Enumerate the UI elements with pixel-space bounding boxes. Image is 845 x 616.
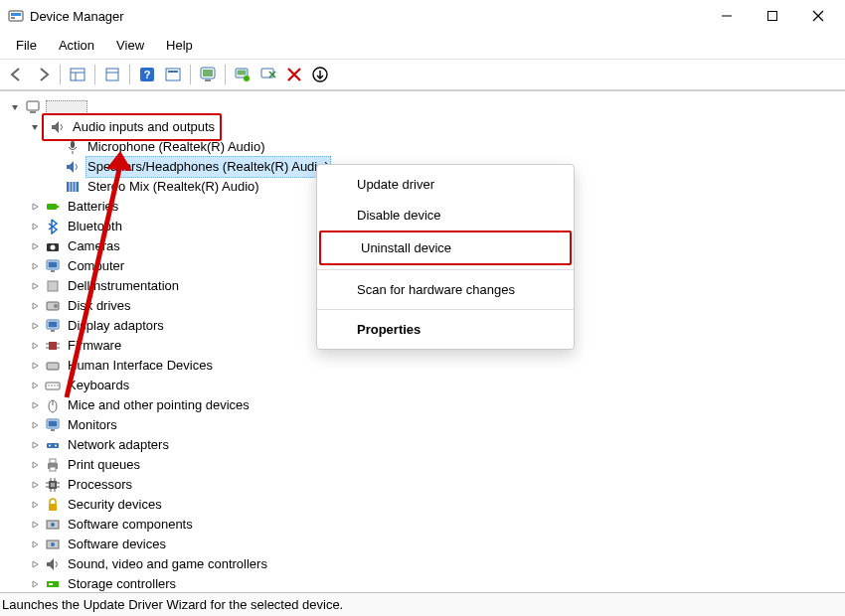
mouse-icon (45, 397, 61, 413)
camera-icon (45, 238, 61, 254)
tree-category-audio[interactable]: Audio inputs and outputs (4, 117, 841, 137)
svg-rect-38 (51, 270, 55, 272)
enable-device-button[interactable] (309, 64, 331, 85)
context-uninstall-device[interactable]: Uninstall device (321, 232, 570, 263)
tree-category-keyboards[interactable]: Keyboards (4, 376, 841, 395)
disable-device-button[interactable] (257, 64, 279, 85)
svg-rect-50 (47, 363, 59, 370)
bluetooth-icon (45, 219, 61, 234)
expand-icon[interactable] (28, 418, 42, 432)
expand-icon[interactable] (28, 577, 42, 591)
menu-action[interactable]: Action (49, 34, 104, 57)
hid-icon (45, 358, 61, 374)
tree-label: Security devices (66, 494, 164, 516)
svg-rect-14 (166, 69, 180, 80)
svg-text:?: ? (144, 69, 151, 80)
expand-icon[interactable] (28, 359, 42, 373)
help-button[interactable]: ? (136, 64, 158, 85)
context-update-driver[interactable]: Update driver (317, 169, 574, 200)
tree-category-storage[interactable]: Storage controllers (4, 574, 841, 594)
expand-icon[interactable] (28, 478, 42, 492)
battery-icon (45, 199, 61, 215)
app-icon (8, 8, 24, 24)
action-button[interactable] (162, 64, 184, 85)
svg-point-79 (51, 523, 55, 527)
tree-label: Disk drives (66, 295, 133, 317)
expand-icon[interactable] (28, 279, 42, 293)
expand-icon[interactable] (28, 398, 42, 412)
tree-label: DellInstrumentation (66, 275, 181, 297)
expand-icon[interactable] (28, 518, 42, 532)
tree-label: Speakers/Headphones (Realtek(R) Audio) (85, 156, 331, 178)
expand-icon[interactable] (28, 319, 42, 333)
svg-rect-61 (47, 443, 59, 448)
tree-label: Keyboards (66, 375, 131, 396)
tree-category-mice[interactable]: Mice and other pointing devices (4, 395, 841, 415)
svg-rect-2 (11, 17, 15, 19)
tree-category-printq[interactable]: Print queues (4, 455, 841, 475)
tree-category-monitors[interactable]: Monitors (4, 415, 841, 435)
tree-category-security[interactable]: Security devices (4, 495, 841, 515)
forward-button[interactable] (32, 64, 54, 85)
network-icon (45, 437, 61, 453)
tree-category-svg[interactable]: Sound, video and game controllers (4, 554, 841, 574)
update-driver-button[interactable] (232, 64, 254, 85)
minimize-button[interactable] (704, 0, 750, 32)
back-button[interactable] (6, 64, 28, 85)
expand-icon[interactable] (28, 339, 42, 353)
maximize-button[interactable] (750, 0, 795, 32)
tree-category-swcomponents[interactable]: Software components (4, 515, 841, 535)
expand-icon[interactable] (28, 239, 42, 253)
monitor-icon (45, 258, 61, 274)
expand-icon[interactable] (28, 379, 42, 392)
svg-rect-68 (51, 483, 55, 487)
printer-icon (45, 457, 61, 473)
menu-help[interactable]: Help (156, 34, 203, 57)
context-scan-hardware[interactable]: Scan for hardware changes (317, 274, 574, 305)
speaker-icon (45, 556, 61, 572)
svg-rect-66 (50, 467, 56, 471)
close-button[interactable] (795, 0, 841, 32)
menu-file[interactable]: File (6, 34, 47, 57)
disk-icon (45, 298, 61, 314)
tree-label: Batteries (66, 196, 120, 218)
expand-icon[interactable] (28, 220, 42, 233)
chip-icon (45, 338, 61, 354)
tree-category-processors[interactable]: Processors (4, 475, 841, 495)
context-properties[interactable]: Properties (317, 314, 574, 345)
tree-label: Audio inputs and outputs (71, 116, 217, 138)
svg-rect-25 (30, 111, 36, 113)
cpu-icon (45, 477, 61, 493)
svg-rect-43 (49, 322, 58, 328)
toolbar-separator (60, 65, 61, 84)
expand-icon[interactable] (28, 299, 42, 313)
svg-rect-59 (49, 421, 58, 427)
svg-rect-26 (71, 141, 75, 148)
svg-point-62 (49, 445, 51, 447)
menu-view[interactable]: View (106, 34, 154, 57)
uninstall-device-button[interactable] (283, 64, 305, 85)
tree-category-network[interactable]: Network adapters (4, 435, 841, 455)
scan-hardware-button[interactable] (197, 64, 219, 85)
expand-icon[interactable] (28, 438, 42, 452)
expand-icon[interactable] (28, 557, 42, 571)
menubar: File Action View Help (0, 32, 845, 60)
expand-icon[interactable] (28, 458, 42, 472)
context-disable-device[interactable]: Disable device (317, 200, 574, 231)
show-hide-tree-button[interactable] (67, 64, 88, 85)
tree-item-microphone[interactable]: Microphone (Realtek(R) Audio) (4, 137, 841, 157)
tree-label: Software components (66, 514, 195, 536)
expand-icon[interactable] (28, 498, 42, 512)
expand-icon[interactable] (28, 200, 42, 214)
properties-button[interactable] (101, 64, 123, 85)
collapse-icon[interactable] (28, 120, 42, 134)
expand-icon[interactable] (28, 538, 42, 551)
expand-icon[interactable] (28, 259, 42, 273)
svg-rect-20 (238, 71, 247, 76)
svg-rect-60 (51, 429, 55, 431)
microphone-icon (65, 139, 81, 155)
tree-category-hid[interactable]: Human Interface Devices (4, 356, 841, 376)
collapse-icon[interactable] (8, 100, 22, 114)
window-controls (704, 0, 841, 32)
tree-category-swdevices[interactable]: Software devices (4, 535, 841, 554)
